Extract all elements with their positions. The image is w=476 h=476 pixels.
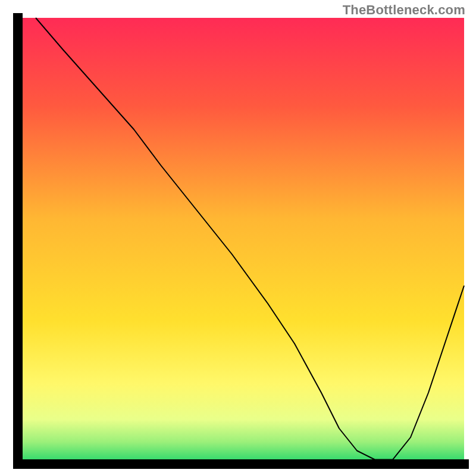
bottleneck-chart (0, 0, 476, 476)
chart-background (18, 18, 464, 464)
chart-svg (0, 0, 476, 476)
